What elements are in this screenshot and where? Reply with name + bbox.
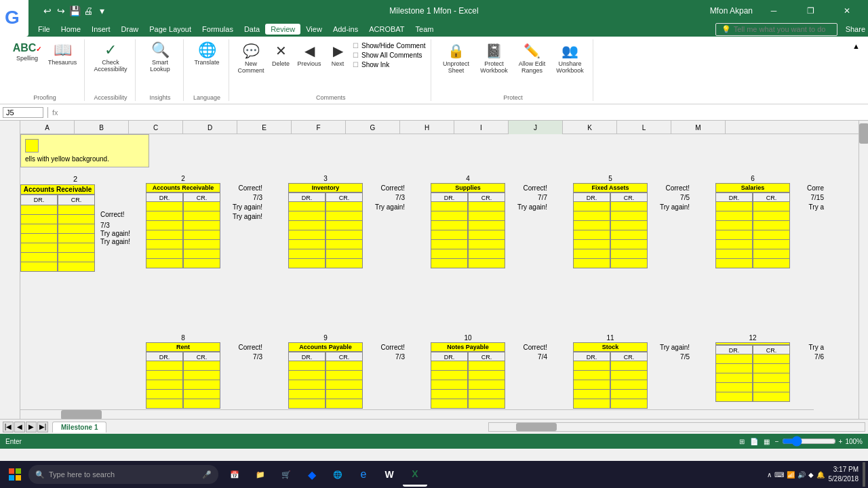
taskbar-app-chrome[interactable]: 🌐 xyxy=(326,462,350,487)
cell[interactable] xyxy=(183,249,220,259)
cell[interactable] xyxy=(431,211,468,221)
cell[interactable] xyxy=(753,392,790,402)
cell[interactable] xyxy=(715,221,753,230)
tab-prev-button[interactable]: ◀ xyxy=(14,422,25,432)
cell[interactable] xyxy=(468,230,505,240)
col-header-k[interactable]: K xyxy=(563,121,617,134)
cell[interactable] xyxy=(468,240,505,249)
cell[interactable] xyxy=(753,240,790,249)
undo-icon[interactable]: ↩ xyxy=(42,5,53,16)
cell[interactable] xyxy=(288,259,326,268)
cell[interactable] xyxy=(183,371,220,380)
cell[interactable] xyxy=(146,221,183,230)
cell[interactable] xyxy=(288,371,326,380)
share-button[interactable]: Share xyxy=(846,25,865,33)
cell[interactable] xyxy=(183,202,220,211)
cell[interactable] xyxy=(326,390,363,399)
thesaurus-button[interactable]: 📖 Thesaurus xyxy=(46,39,79,83)
save-icon[interactable]: 💾 xyxy=(69,5,80,16)
cell[interactable] xyxy=(753,354,790,364)
col-header-c[interactable]: C xyxy=(129,121,183,134)
cell[interactable] xyxy=(431,202,468,211)
menu-page-layout[interactable]: Page Layout xyxy=(144,24,197,35)
cell[interactable] xyxy=(288,361,326,371)
col-header-d[interactable]: D xyxy=(183,121,237,134)
taskbar-keyboard-icon[interactable]: ⌨ xyxy=(774,471,784,479)
cell[interactable] xyxy=(573,371,610,380)
col-header-h[interactable]: H xyxy=(400,121,454,134)
menu-draw[interactable]: Draw xyxy=(116,24,144,35)
taskbar-app-calendar[interactable]: 📅 xyxy=(222,462,247,487)
cell[interactable] xyxy=(326,221,363,230)
col-header-f[interactable]: F xyxy=(292,121,346,134)
show-all-comments-row[interactable]: ☐ Show All Comments xyxy=(353,52,425,59)
cell[interactable] xyxy=(573,249,610,259)
cell[interactable] xyxy=(146,211,183,221)
show-hide-comment-row[interactable]: ☐ Show/Hide Comment xyxy=(353,42,425,49)
cell[interactable] xyxy=(146,361,183,371)
sheet-tab-milestone1[interactable]: Milestone 1 xyxy=(52,422,106,432)
cell[interactable] xyxy=(753,259,790,268)
cell[interactable] xyxy=(715,202,753,211)
cell[interactable] xyxy=(573,230,610,240)
taskbar-clock[interactable]: 3:17 PM 5/28/2018 xyxy=(829,465,859,484)
col-header-g[interactable]: G xyxy=(346,121,400,134)
cell[interactable] xyxy=(431,249,468,259)
show-desktop-button[interactable] xyxy=(863,462,865,487)
minimize-button[interactable]: ─ xyxy=(758,0,789,22)
taskbar-app-explorer[interactable]: 📁 xyxy=(248,462,273,487)
cell[interactable] xyxy=(146,202,183,211)
cell[interactable] xyxy=(753,249,790,259)
cell[interactable] xyxy=(610,390,648,399)
cell[interactable] xyxy=(573,390,610,399)
cell[interactable] xyxy=(468,371,505,380)
spelling-button[interactable]: ABC✓ Spelling xyxy=(11,39,43,83)
cell[interactable] xyxy=(610,230,648,240)
cell[interactable] xyxy=(326,380,363,390)
tell-me-bar[interactable]: 💡 Tell me what you want to do xyxy=(715,23,837,36)
cell[interactable] xyxy=(753,211,790,221)
cell[interactable] xyxy=(288,230,326,240)
cell[interactable] xyxy=(431,390,468,399)
menu-addins[interactable]: Add-ins xyxy=(328,24,363,35)
cell[interactable] xyxy=(146,371,183,380)
cell[interactable] xyxy=(573,240,610,249)
sheet-h-scroll[interactable] xyxy=(488,422,865,432)
col-header-i[interactable]: I xyxy=(454,121,509,134)
cell[interactable] xyxy=(288,240,326,249)
cell[interactable] xyxy=(326,361,363,371)
menu-formulas[interactable]: Formulas xyxy=(197,24,239,35)
cell[interactable] xyxy=(326,211,363,221)
cell[interactable] xyxy=(146,240,183,249)
cell[interactable] xyxy=(468,249,505,259)
smart-lookup-button[interactable]: 🔍 SmartLookup xyxy=(142,39,178,83)
cell[interactable] xyxy=(431,361,468,371)
cell[interactable] xyxy=(573,221,610,230)
cell[interactable] xyxy=(146,249,183,259)
delete-comment-button[interactable]: ✕ Delete xyxy=(269,39,293,83)
cell[interactable] xyxy=(326,399,363,409)
cell[interactable] xyxy=(183,390,220,399)
col-header-e[interactable]: E xyxy=(237,121,292,134)
cell[interactable] xyxy=(753,221,790,230)
menu-file[interactable]: File xyxy=(33,24,56,35)
customize-icon[interactable]: ▾ xyxy=(96,5,107,16)
zoom-slider[interactable] xyxy=(782,439,836,444)
cell[interactable] xyxy=(715,383,753,392)
cell[interactable] xyxy=(715,392,753,402)
cell[interactable] xyxy=(183,240,220,249)
cell[interactable] xyxy=(753,364,790,373)
cell[interactable] xyxy=(468,259,505,268)
cell[interactable] xyxy=(573,361,610,371)
view-page-layout-icon[interactable]: 📄 xyxy=(750,438,758,445)
sheet-h-scroll-thumb[interactable] xyxy=(516,423,557,431)
taskbar-network-icon[interactable]: 📶 xyxy=(787,471,795,479)
close-button[interactable]: ✕ xyxy=(831,0,863,22)
zoom-plus[interactable]: + xyxy=(839,438,843,445)
menu-review[interactable]: Review xyxy=(265,24,300,35)
cell[interactable] xyxy=(183,221,220,230)
unprotect-sheet-button[interactable]: 🔒 UnprotectSheet xyxy=(438,39,473,83)
cell[interactable] xyxy=(573,380,610,390)
cell[interactable] xyxy=(468,361,505,371)
cell[interactable] xyxy=(468,221,505,230)
